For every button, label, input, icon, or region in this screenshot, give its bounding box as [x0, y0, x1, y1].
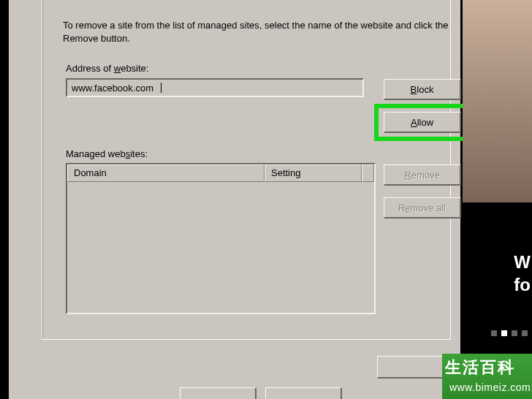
address-label-post: ebsite:: [121, 63, 148, 74]
watermark-footer: 生活百科 www.bimeiz.com: [442, 354, 532, 399]
removeall-accel: e: [405, 202, 410, 213]
pager-dot[interactable]: [522, 330, 528, 336]
instruction-text: To remove a site from the list of manage…: [63, 19, 457, 45]
column-header-spacer: [362, 164, 374, 182]
ad-text-1: W: [514, 252, 531, 273]
address-label: Address of website:: [66, 63, 148, 74]
allow-highlight: [374, 104, 471, 141]
ad-pager: [491, 330, 528, 336]
managed-label-post: ites:: [130, 148, 148, 159]
watermark-url: www.bimeiz.com: [449, 381, 531, 393]
managed-label: Managed websites:: [66, 148, 148, 159]
watermark-brand: 生活百科: [445, 357, 515, 379]
pager-dot[interactable]: [491, 330, 497, 336]
block-label: lock: [417, 84, 433, 95]
managed-label-pre: Managed web: [66, 148, 126, 159]
remove-all-button: Remove all: [384, 197, 461, 218]
managed-list[interactable]: Domain Setting: [66, 163, 376, 314]
block-accel: B: [411, 84, 417, 95]
footer-button-1[interactable]: [180, 387, 256, 399]
block-button[interactable]: Block: [384, 79, 461, 100]
text-caret: [161, 83, 162, 93]
address-label-accel: w: [114, 63, 121, 74]
column-header-setting[interactable]: Setting: [265, 164, 362, 182]
remove-button: Remove: [384, 164, 461, 186]
pager-dot-active[interactable]: [501, 330, 507, 336]
ad-sidebar: W fo: [463, 0, 532, 338]
address-input[interactable]: [66, 78, 364, 97]
remove-accel: R: [404, 170, 411, 180]
dialog-panel: To remove a site from the list of manage…: [9, 0, 460, 399]
removeall-label: move all: [411, 202, 446, 213]
ad-text-2: fo: [514, 275, 531, 295]
remove-label: emove: [411, 170, 440, 180]
removeall-pre: R: [398, 202, 405, 213]
pager-dot[interactable]: [512, 330, 517, 336]
footer-button-2[interactable]: [265, 387, 342, 399]
address-label-pre: Address of: [66, 63, 114, 74]
column-header-domain[interactable]: Domain: [67, 164, 265, 182]
